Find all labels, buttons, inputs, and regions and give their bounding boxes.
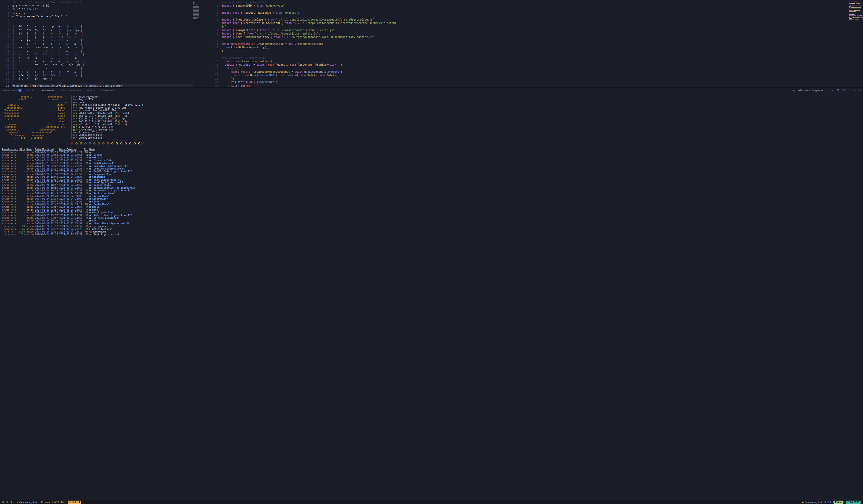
env-name-label: best-coding-fonts xyxy=(805,501,823,503)
maximize-panel-button[interactable]: ∧ xyxy=(853,89,855,92)
terminal-tab[interactable]: >_ zsh - best-coding-fonts xyxy=(792,89,823,92)
status-bar: ▣⚙↯ ⌂ /../best-coding-fonts main ↑1 ✱?6 … xyxy=(0,500,863,504)
file-row: drwxr-xr-x - bosco 2024-06-23 23:57 2024… xyxy=(2,222,863,225)
git-branch-icon xyxy=(41,501,43,503)
folder-icon: ■ xyxy=(89,176,91,178)
file-name: README.md xyxy=(93,230,106,233)
gutter-line xyxy=(207,25,218,28)
gutter-line: 2 xyxy=(207,8,218,11)
terminal-tab-label: zsh - best-coding-fonts xyxy=(798,89,823,92)
code-line: | → ⇉ -- --> --- ⊸ ↦ ↝ | xyxy=(12,49,193,53)
python-env[interactable]: ◆ best-coding-fonts 3.12.4 xyxy=(802,501,831,503)
file-name: 'Cascadia Code' xyxy=(92,159,113,162)
code-line: const useCaseExample: CreateUserUseCase … xyxy=(222,42,849,46)
right-minimap[interactable] xyxy=(849,0,863,87)
folder-icon: ■ xyxy=(89,201,91,203)
folder-icon: ■ xyxy=(89,197,91,200)
gear-icon[interactable]: ⚙ xyxy=(6,501,9,503)
palette-dot xyxy=(125,142,127,144)
right-code[interactable]: You, yesterday | 1 author (You)import { … xyxy=(218,0,849,87)
code-line: ... .. . xyxy=(12,11,193,14)
folder-icon: ■ xyxy=(89,179,91,181)
terminal[interactable]: ;looool;. 'oooooooooo, ;clool' .coooooc.… xyxy=(0,93,863,500)
file-row: drwxr-xr-x - bosco 2024-06-23 23:57 2024… xyxy=(2,179,863,181)
gutter-line: 8 xyxy=(0,28,9,32)
folder-icon: ■ xyxy=(89,173,91,176)
zap-icon[interactable]: ↯ xyxy=(10,501,12,503)
folder-icon: ■ xyxy=(89,186,91,189)
new-terminal-button[interactable]: + xyxy=(827,89,829,92)
file-name: 'Inconsolata Ligaturised PL' xyxy=(92,189,132,192)
code-line: ); xyxy=(222,49,849,53)
gutter-line: 1 xyxy=(207,4,218,8)
fastfetch-info-line: ▤-> 43.43 MiB / 2.00 GiB (2%) xyxy=(73,128,156,131)
kill-terminal-button[interactable]: ⌧ xyxy=(842,89,845,92)
fastfetch-info-line: ⊟-> 228.68 GiB / 931.48 GiB (25%) - 9p xyxy=(73,123,156,126)
code-line: export class ExampleController { xyxy=(222,60,849,63)
tab-debug-console[interactable]: DEBUG CONSOLE xyxy=(60,88,82,93)
split-terminal-button[interactable]: ⊞ xyxy=(837,89,839,92)
gutter-line: 15 xyxy=(0,53,9,56)
box-icon[interactable]: ▣ xyxy=(2,501,4,503)
code-line: | <: ⋖ ≤ ⇐ ⇚ ← ↞ ⇇ | xyxy=(12,56,193,60)
tab-problems[interactable]: PROBLEMS5 xyxy=(3,88,22,93)
file-name: 'Cousine Ligaturised PL' xyxy=(92,167,126,170)
tab-ports[interactable]: PORTS xyxy=(87,88,96,93)
vscode-window: 123456789101112131415161718192021222324 … xyxy=(0,0,863,504)
palette-dot xyxy=(120,142,122,144)
palette-dot xyxy=(111,142,113,144)
gutter-line: 3 xyxy=(207,11,218,14)
code-line xyxy=(222,8,849,11)
file-row: drwxr-xr-x - bosco 2024-06-24 19:34 2024… xyxy=(2,201,863,203)
fastfetch-info-line: ⊙-> Microsoft Device 008E (3D) xyxy=(73,109,156,112)
code-line xyxy=(222,53,849,56)
file-name: src xyxy=(92,219,96,222)
git-staged-badge[interactable]: ✔+18 ~1 xyxy=(68,501,81,504)
tab-terminal[interactable]: TERMINAL xyxy=(42,88,55,93)
code-line: } catch (error) { xyxy=(222,84,849,88)
palette-dot xyxy=(98,142,100,144)
gutter-line: 13 xyxy=(207,49,218,53)
working-directory[interactable]: ⌂ /../best-coding-fonts xyxy=(15,501,38,503)
launch-profile-button[interactable]: ∨ xyxy=(832,89,834,92)
file-name: old_Ligaturizer xyxy=(92,211,113,214)
txt-file-icon: ▤ xyxy=(89,233,91,236)
file-name: 'Fragment Mono' xyxy=(92,173,113,176)
file-listing: Permissions Size User Date Modified Date… xyxy=(2,148,863,236)
file-row: drwxr-xr-x - bosco 2024-06-23 23:57 2024… xyxy=(2,206,863,208)
right-gutter: 1234567891011121314151617181920212223 xyxy=(207,0,218,87)
gutter-line: 1 xyxy=(0,4,9,8)
git-branch-status[interactable]: main ↑1 ✱?6 ~70 | xyxy=(41,501,65,503)
code-line: import { ExampleError } from "../../../d… xyxy=(222,28,849,32)
listing-header: Permissions Size User Date Modified Date… xyxy=(2,148,863,151)
gutter-line: 17 xyxy=(207,67,218,70)
code-line: import { LocalDBUserRepository } from ".… xyxy=(222,35,849,39)
file-row: .rw-r--r-- 8.4k bosco 2024-06-24 22:31 2… xyxy=(2,230,863,233)
close-panel-button[interactable]: × xyxy=(858,89,860,92)
file-row: drwxr-xr-x - bosco 2024-06-24 22:54 2024… xyxy=(2,154,863,156)
folder-icon: ■ xyxy=(89,208,91,211)
tab-comments[interactable]: COMMENTS xyxy=(100,88,115,93)
gutter-line: 16 xyxy=(207,63,218,66)
code-line: | >> ≫ >>> >>- ≻ → ↠ ⊣ | xyxy=(12,46,193,49)
problems-badge: 5 xyxy=(18,89,22,92)
file-row: drwxr-xr-x - bosco 2024-06-24 23:13 2024… xyxy=(2,211,863,214)
left-minimap[interactable] xyxy=(193,0,207,87)
file-row: drwxr-xr-x - bosco 2024-06-24 18:42 2024… xyxy=(2,176,863,178)
gutter-line: 18 xyxy=(0,63,9,66)
file-name: 'Test ligatures.txt' xyxy=(92,233,121,236)
tab-output[interactable]: OUTPUT xyxy=(26,88,37,93)
working-directory-label: /../best-coding-fonts xyxy=(17,501,38,503)
editor-testpattern[interactable]: 123456789101112131415161718192021222324 … xyxy=(0,0,207,87)
left-gutter: 123456789101112131415161718192021222324 xyxy=(0,0,9,87)
code-line: public createUser = async (req: Request,… xyxy=(222,63,849,66)
more-actions-button[interactable]: ⋯ xyxy=(848,89,850,92)
fastfetch-info-line: ⊡-> 3840x2160 @ 60Hz xyxy=(73,137,156,139)
file-name: Meslo xyxy=(92,206,99,208)
gutter-line: 10 xyxy=(0,35,9,39)
terminal-icon: >_ xyxy=(792,89,796,92)
panel-actions: +∨⊞⌧⋯∧× xyxy=(827,89,860,92)
file-name: 'Consolas Ligaturized PL' xyxy=(92,165,128,167)
editor-controller[interactable]: 1234567891011121314151617181920212223 Yo… xyxy=(207,0,863,87)
left-code[interactable]: You, 39 minutes ago | 2 authors (You and… xyxy=(9,0,193,87)
